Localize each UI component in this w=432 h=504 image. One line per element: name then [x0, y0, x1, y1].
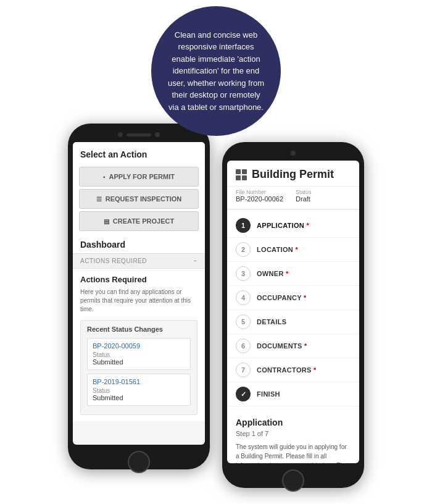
right-phone-bottom [227, 469, 359, 492]
status-link-1[interactable]: BP-2020-00059 [93, 342, 185, 350]
step-7-circle: 7 [236, 363, 251, 377]
permit-title: Building Permit [252, 168, 334, 181]
step-7-label: CONTRACTORS * [257, 366, 317, 374]
step-finish-label: FINISH [257, 390, 280, 398]
right-phone: Building Permit File Number BP-2020-0006… [222, 142, 364, 488]
step-2-label: LOCATION * [257, 246, 298, 253]
phones-wrapper: Select an Action ▪ APPLY FOR PERMIT ☰ RE… [0, 124, 432, 488]
application-section: Application Step 1 of 7 The system will … [227, 410, 359, 463]
file-number-item: File Number BP-2020-00062 [236, 189, 283, 203]
step-1-label: APPLICATION * [257, 222, 309, 229]
status-value-1: Submitted [93, 358, 185, 366]
step-1-required: * [304, 222, 309, 229]
step-3-required: * [284, 270, 289, 277]
step-7[interactable]: 7 CONTRACTORS * [227, 358, 359, 382]
step-4[interactable]: 4 OCCUPANCY * [227, 286, 359, 310]
step-3-label: OWNER * [257, 270, 289, 277]
grid-cell-3 [236, 175, 241, 180]
actions-required-title: Actions Required [80, 275, 197, 284]
step-3[interactable]: 3 OWNER * [227, 262, 359, 286]
step-4-required: * [302, 294, 307, 301]
left-phone-top-bar [73, 132, 205, 137]
apply-for-permit-button[interactable]: ▪ APPLY FOR PERMIT [79, 167, 199, 187]
info-bubble: Clean and concise web responsive interfa… [151, 6, 281, 136]
step-2-required: * [293, 246, 298, 253]
permit-icon-grid [236, 169, 247, 180]
status-item-2: BP-2019-01561 Status Submitted [87, 374, 191, 406]
create-project-button[interactable]: ▤ CREATE PROJECT [79, 211, 199, 231]
step-5[interactable]: 5 DETAILS [227, 310, 359, 334]
right-phone-content: Building Permit File Number BP-2020-0006… [227, 161, 359, 463]
status-link-2[interactable]: BP-2019-01561 [93, 378, 185, 385]
step-6-required: * [302, 342, 307, 350]
actions-required-desc: Here you can find any applications or pe… [80, 288, 197, 314]
select-action-header: Select an Action [73, 142, 205, 164]
left-home-button[interactable] [128, 451, 150, 473]
file-number-label: File Number [236, 189, 283, 195]
create-project-label: CREATE PROJECT [113, 217, 174, 225]
recent-status-card: Recent Status Changes BP-2020-00059 Stat… [80, 320, 197, 415]
right-phone-screen: Building Permit File Number BP-2020-0006… [227, 161, 359, 463]
right-phone-camera [291, 151, 296, 156]
permit-header: Building Permit [227, 161, 359, 187]
bubble-text: Clean and concise web responsive interfa… [166, 29, 266, 114]
create-project-icon: ▤ [104, 218, 109, 225]
step-4-circle: 4 [236, 290, 251, 305]
app-step-label: Step 1 of 7 [236, 430, 351, 437]
status-item-1: BP-2020-00059 Status Submitted [87, 338, 191, 370]
step-6-circle: 6 [236, 338, 251, 353]
grid-cell-1 [236, 169, 241, 174]
step-1-circle: 1 [236, 218, 251, 233]
left-phone-camera2 [155, 132, 160, 137]
app-desc: The system will guide you in applying fo… [236, 442, 351, 463]
recent-status-title: Recent Status Changes [87, 326, 191, 333]
step-6[interactable]: 6 DOCUMENTS * [227, 334, 359, 358]
status-meta-item: Status Draft [296, 189, 312, 203]
actions-required-bar: ACTIONS REQUIRED − [73, 253, 205, 269]
step-finish[interactable]: ✓ FINISH [227, 382, 359, 406]
step-3-circle: 3 [236, 266, 251, 281]
request-inspection-label: REQUEST INSPECTION [106, 195, 181, 203]
dashboard-header: Dashboard [73, 233, 205, 253]
left-phone-screen: Select an Action ▪ APPLY FOR PERMIT ☰ RE… [73, 142, 205, 445]
apply-permit-label: APPLY FOR PERMIT [109, 173, 175, 180]
left-phone-bottom [73, 451, 205, 473]
collapse-icon[interactable]: − [194, 258, 197, 264]
status-value-2: Submitted [93, 394, 185, 401]
step-6-label: DOCUMENTS * [257, 342, 307, 350]
status-label-2: Status [93, 387, 185, 394]
request-inspection-button[interactable]: ☰ REQUEST INSPECTION [79, 189, 199, 209]
left-phone-speaker [127, 133, 151, 136]
actions-body: Actions Required Here you can find any a… [73, 269, 205, 421]
grid-cell-4 [242, 175, 247, 180]
permit-status-label: Status [296, 189, 312, 195]
step-finish-circle: ✓ [236, 387, 251, 401]
left-phone-camera [118, 132, 123, 137]
request-inspection-icon: ☰ [96, 196, 102, 203]
steps-list: 1 APPLICATION * 2 LOCATION * 3 OWNER * 4… [227, 210, 359, 410]
actions-required-bar-label: ACTIONS REQUIRED [80, 258, 147, 264]
step-2-circle: 2 [236, 242, 251, 257]
actions-required-section: ACTIONS REQUIRED − Actions Required Here… [73, 253, 205, 421]
file-number-value: BP-2020-00062 [236, 195, 283, 203]
step-5-circle: 5 [236, 314, 251, 329]
step-4-label: OCCUPANCY * [257, 294, 307, 301]
step-7-required: * [312, 366, 317, 374]
app-section-title: Application [236, 418, 351, 427]
status-label-1: Status [93, 351, 185, 358]
step-2[interactable]: 2 LOCATION * [227, 238, 359, 262]
apply-permit-icon: ▪ [103, 174, 106, 180]
right-phone-top-bar [227, 151, 359, 156]
left-phone-content: Select an Action ▪ APPLY FOR PERMIT ☰ RE… [73, 142, 205, 421]
right-home-button[interactable] [282, 469, 304, 492]
grid-cell-2 [242, 169, 247, 174]
left-phone: Select an Action ▪ APPLY FOR PERMIT ☰ RE… [68, 124, 210, 469]
permit-meta: File Number BP-2020-00062 Status Draft [227, 187, 359, 210]
step-5-label: DETAILS [257, 318, 286, 326]
permit-status-value: Draft [296, 195, 312, 203]
step-1[interactable]: 1 APPLICATION * [227, 214, 359, 238]
